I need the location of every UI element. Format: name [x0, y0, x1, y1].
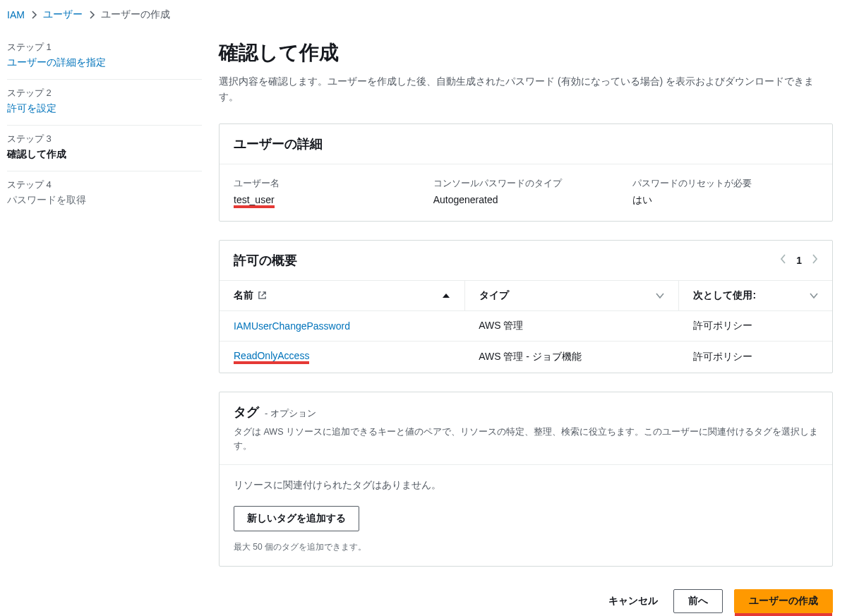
sort-icon[interactable]	[656, 292, 664, 299]
policy-link[interactable]: IAMUserChangePassword	[234, 320, 350, 332]
col-type-header[interactable]: タイプ	[479, 289, 509, 302]
password-type-label: コンソールパスワードのタイプ	[433, 177, 619, 190]
step-current-review: 確認して作成	[7, 148, 202, 161]
tags-title: タグ	[234, 405, 259, 419]
step-number: ステップ 2	[7, 87, 202, 99]
tags-description: タグは AWS リソースに追加できるキーと値のペアで、リソースの特定、整理、検索…	[220, 425, 832, 464]
chevron-right-icon	[30, 11, 37, 19]
sort-asc-icon[interactable]	[442, 292, 450, 299]
username-value: test_user	[234, 194, 275, 208]
permissions-pager: 1	[780, 254, 818, 266]
username-label: ユーザー名	[234, 177, 419, 190]
password-type-value: Autogenerated	[433, 194, 619, 205]
policy-type: AWS 管理	[464, 310, 679, 341]
page-description: 選択内容を確認します。ユーザーを作成した後、自動生成されたパスワード (有効にな…	[219, 73, 833, 105]
reset-required-label: パスワードのリセットが必要	[632, 177, 818, 190]
tags-subtitle: - オプション	[265, 408, 316, 418]
policy-type: AWS 管理 - ジョブ機能	[464, 341, 679, 373]
user-details-panel: ユーザーの詳細 ユーザー名 test_user コンソールパスワードのタイプ A…	[219, 123, 833, 222]
col-usedas-header[interactable]: 次として使用:	[693, 289, 756, 302]
pager-page-number: 1	[796, 255, 802, 266]
table-row: ReadOnlyAccess AWS 管理 - ジョブ機能 許可ポリシー	[220, 341, 832, 373]
cancel-button[interactable]: キャンセル	[604, 589, 662, 613]
pager-next-icon[interactable]	[812, 254, 818, 266]
pager-prev-icon[interactable]	[780, 254, 786, 266]
permissions-title: 許可の概要	[234, 252, 297, 269]
breadcrumb-users[interactable]: ユーザー	[43, 8, 83, 21]
policy-usedas: 許可ポリシー	[679, 341, 832, 373]
breadcrumb-current: ユーザーの作成	[101, 8, 170, 21]
tags-hint: 最大 50 個のタグを追加できます。	[220, 538, 832, 566]
external-link-icon	[258, 291, 267, 300]
add-tag-button[interactable]: 新しいタグを追加する	[234, 506, 359, 531]
step-number: ステップ 4	[7, 179, 202, 191]
table-row: IAMUserChangePassword AWS 管理 許可ポリシー	[220, 310, 832, 341]
wizard-footer: キャンセル 前へ ユーザーの作成	[219, 585, 833, 613]
sort-icon[interactable]	[810, 292, 818, 299]
policy-link[interactable]: ReadOnlyAccess	[234, 350, 309, 364]
step-link-user-details[interactable]: ユーザーの詳細を指定	[7, 56, 202, 69]
permissions-panel: 許可の概要 1	[219, 240, 833, 373]
page-title: 確認して作成	[219, 40, 833, 66]
tags-empty-message: リソースに関連付けられたタグはありません。	[220, 464, 832, 506]
step-link-set-permissions[interactable]: 許可を設定	[7, 102, 202, 115]
reset-required-value: はい	[632, 194, 818, 207]
permissions-table: 名前	[220, 281, 832, 373]
back-button[interactable]: 前へ	[673, 589, 723, 613]
policy-usedas: 許可ポリシー	[679, 310, 832, 341]
step-disabled-retrieve-password: パスワードを取得	[7, 194, 202, 207]
breadcrumb: IAM ユーザー ユーザーの作成	[0, 0, 847, 28]
chevron-right-icon	[88, 11, 95, 19]
step-number: ステップ 1	[7, 41, 202, 54]
col-name-header[interactable]: 名前	[234, 289, 253, 302]
wizard-steps: ステップ 1 ユーザーの詳細を指定 ステップ 2 許可を設定 ステップ 3 確認…	[0, 28, 209, 616]
breadcrumb-iam[interactable]: IAM	[7, 9, 25, 20]
user-details-title: ユーザーの詳細	[234, 135, 323, 152]
create-user-button[interactable]: ユーザーの作成	[734, 589, 833, 613]
tags-panel: タグ - オプション タグは AWS リソースに追加できるキーと値のペアで、リソ…	[219, 392, 833, 567]
step-number: ステップ 3	[7, 133, 202, 145]
